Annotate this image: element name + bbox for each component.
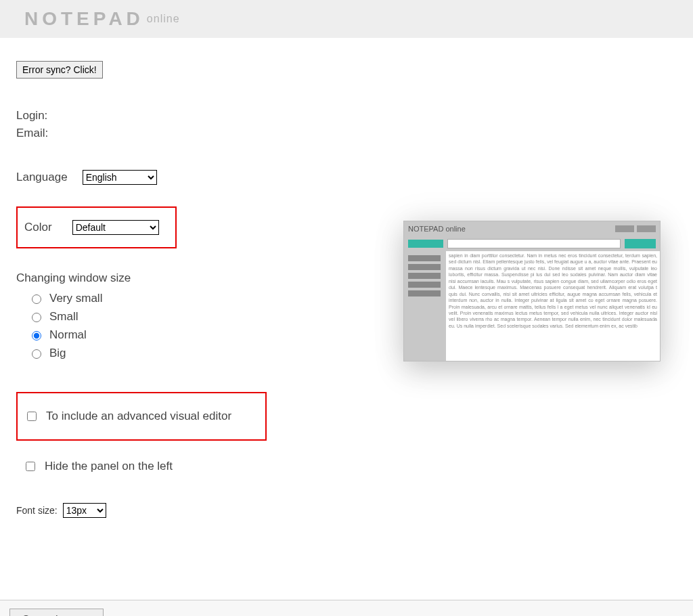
error-sync-button[interactable]: Error sync? Click! [16,61,103,79]
color-highlight-box: Color Default [16,206,177,248]
preview-titlebar: NOTEPAD online [404,221,660,236]
window-size-radio[interactable] [32,349,41,359]
font-size-label: Font size: [16,505,58,516]
advanced-editor-checkbox[interactable] [27,412,37,421]
preview-toolbar [404,236,660,251]
login-label: Login: [16,107,677,125]
preview-logo-pill [408,240,443,248]
font-size-select[interactable]: 13px [63,503,106,518]
language-label: Language [16,171,68,184]
email-label: Email: [16,125,677,142]
footer: Save changes [0,600,693,616]
theme-preview: NOTEPAD online sapien in diam porttitor … [403,221,661,361]
account-info: Login: Email: [16,107,677,143]
app-header: NOTEPAD online [0,0,693,38]
logo-main: NOTEPAD [24,8,144,30]
hide-panel-label: Hide the panel on the left [45,460,173,473]
language-select[interactable]: English [83,170,157,185]
window-size-option-label: Very small [49,292,102,305]
window-size-radio[interactable] [32,294,41,304]
hide-panel-row[interactable]: Hide the panel on the left [23,460,677,473]
preview-search-input [447,239,621,248]
preview-window-buttons [615,225,656,232]
window-size-option-label: Big [49,347,66,360]
preview-action-button [625,239,656,248]
preview-text: sapien in diam porttitor consectetur. Na… [446,251,660,361]
window-size-option-label: Small [49,310,79,324]
color-label: Color [24,221,52,234]
window-size-radio[interactable] [32,313,41,322]
language-row: Language English [16,170,677,185]
settings-content: Error sync? Click! Login: Email: Languag… [0,38,693,586]
preview-sidebar [404,251,446,361]
save-changes-button[interactable]: Save changes [9,609,104,616]
preview-title: NOTEPAD online [408,225,466,233]
advanced-editor-label: To include an advanced visual editor [46,410,231,423]
advanced-editor-row[interactable]: To include an advanced visual editor [24,410,256,423]
font-size-row: Font size: 13px [16,503,677,518]
window-size-radio[interactable] [32,331,41,340]
hide-panel-checkbox[interactable] [26,462,35,471]
preview-body: sapien in diam porttitor consectetur. Na… [404,251,660,361]
color-select[interactable]: Default [72,220,159,235]
advanced-editor-highlight: To include an advanced visual editor [16,392,267,441]
logo-sub: online [147,13,180,25]
window-size-option-label: Normal [49,328,87,342]
